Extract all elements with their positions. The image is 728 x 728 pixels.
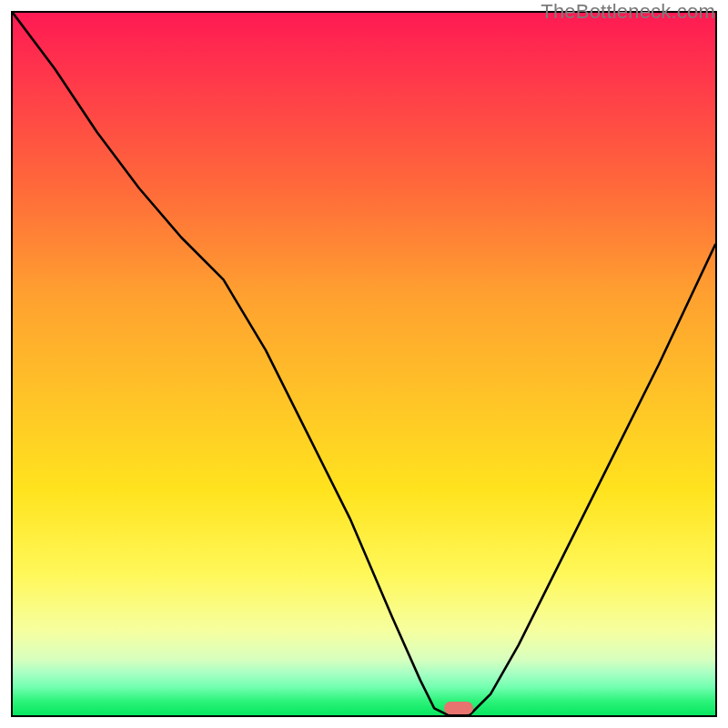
- plot-area: [11, 11, 717, 717]
- optimal-marker: [444, 702, 473, 714]
- watermark-text: TheBottleneck.com: [541, 0, 715, 24]
- bottleneck-curve-path: [13, 13, 715, 715]
- curve-svg: [13, 13, 715, 715]
- bottleneck-chart: TheBottleneck.com: [0, 0, 728, 728]
